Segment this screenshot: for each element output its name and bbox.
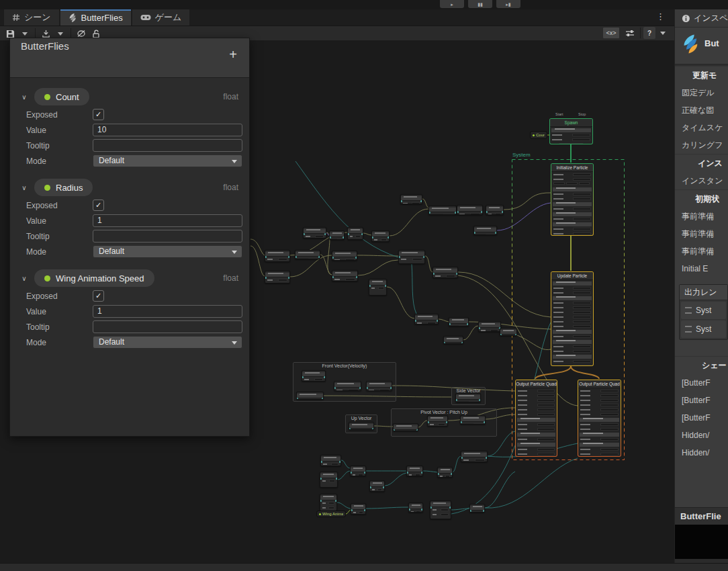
graph-edge[interactable] [497, 203, 551, 230]
block-header[interactable] [580, 443, 619, 447]
input-port[interactable] [460, 421, 462, 423]
inspector-row[interactable]: タイムスケ [675, 119, 728, 136]
graph-edge[interactable] [385, 473, 406, 486]
operator-node[interactable] [437, 467, 453, 478]
output-port[interactable] [359, 387, 361, 389]
step-button[interactable]: ▸▮ [496, 0, 520, 8]
operator-node[interactable] [428, 206, 457, 215]
output-port[interactable] [385, 285, 387, 287]
input-port[interactable] [400, 200, 402, 202]
tooltip-field[interactable] [93, 320, 242, 333]
operator-node[interactable] [366, 381, 392, 391]
input-port[interactable] [371, 236, 373, 238]
tab-scene[interactable]: シーン [4, 9, 59, 26]
input-port[interactable] [414, 320, 416, 322]
operator-node[interactable] [351, 503, 366, 515]
output-port[interactable] [361, 233, 363, 235]
output-port[interactable] [383, 486, 385, 488]
input-port[interactable] [351, 509, 353, 511]
input-port[interactable] [449, 323, 451, 325]
output-port[interactable] [467, 323, 469, 325]
graph-edge[interactable] [346, 510, 351, 514]
operator-node[interactable] [406, 466, 423, 476]
operator-node[interactable] [430, 500, 451, 519]
output-port[interactable] [484, 421, 486, 423]
operator-node[interactable] [320, 472, 338, 488]
inspector-row[interactable]: カリングフ [675, 136, 728, 154]
graph-edge[interactable] [423, 471, 437, 472]
input-port[interactable] [469, 510, 471, 512]
inspector-section-header[interactable]: 初期状 [675, 189, 728, 208]
output-port[interactable] [355, 257, 357, 259]
output-port[interactable] [364, 472, 366, 474]
operator-node[interactable] [295, 250, 320, 259]
inspector-row[interactable]: 事前準備 [675, 225, 728, 243]
operator-node[interactable] [500, 328, 517, 336]
graph-edge[interactable] [366, 507, 408, 509]
input-port[interactable] [428, 212, 430, 214]
input-port[interactable] [406, 472, 408, 474]
inspector-row[interactable]: Hidden/ [675, 444, 728, 462]
input-port[interactable] [349, 428, 351, 430]
chevron-down-icon[interactable]: ∨ [19, 93, 29, 101]
output-port[interactable] [356, 276, 358, 278]
output-port[interactable] [288, 256, 290, 258]
inspector-section-header[interactable]: インス [675, 154, 728, 172]
operator-node[interactable] [347, 227, 363, 240]
blackboard-toggle-button[interactable]: <x> [602, 27, 620, 39]
help-button[interactable]: ? [643, 27, 655, 39]
graph-edge[interactable] [390, 209, 428, 236]
output-port[interactable] [390, 387, 392, 389]
output-port[interactable] [339, 461, 341, 463]
graph-edge[interactable] [439, 319, 449, 322]
inspector-row[interactable]: インスタン [675, 172, 728, 189]
operator-node[interactable] [433, 267, 458, 278]
operator-node[interactable] [265, 271, 290, 283]
operator-node[interactable] [449, 317, 469, 326]
input-port[interactable] [295, 256, 297, 258]
input-port[interactable] [461, 457, 463, 459]
block-header[interactable] [517, 433, 555, 437]
graph-edge[interactable] [535, 366, 571, 379]
operator-node[interactable] [398, 250, 425, 264]
tooltip-field[interactable] [93, 230, 242, 243]
operator-node[interactable] [320, 494, 337, 511]
block-header[interactable] [553, 355, 592, 359]
exposed-checkbox[interactable]: ✓ [93, 290, 104, 302]
input-port[interactable] [332, 276, 334, 278]
inspector-row[interactable]: [ButterF [675, 392, 728, 409]
operator-node[interactable] [320, 455, 341, 466]
output-port[interactable] [421, 509, 423, 511]
graph-edge[interactable] [338, 471, 350, 480]
input-port[interactable] [398, 256, 400, 258]
drag-handle-icon[interactable] [685, 307, 692, 314]
inspector-row[interactable]: 事前準備 [675, 243, 728, 260]
graph-edge[interactable] [458, 272, 551, 317]
output-port[interactable] [336, 478, 338, 480]
input-port[interactable] [430, 507, 432, 509]
operator-node[interactable] [349, 422, 374, 430]
context-output-2[interactable]: Output Particle Quad [578, 380, 621, 457]
operator-node[interactable] [332, 251, 357, 261]
chevron-down-icon[interactable]: ∨ [19, 275, 29, 282]
input-port[interactable] [350, 472, 352, 474]
input-port[interactable] [320, 461, 322, 463]
graph-edge[interactable] [452, 456, 461, 472]
output-port[interactable] [456, 273, 458, 275]
operator-node[interactable] [334, 381, 361, 391]
block-header[interactable] [553, 340, 592, 344]
inspector-row[interactable]: [ButterF [675, 374, 728, 392]
operator-node[interactable] [469, 504, 485, 513]
output-port[interactable] [420, 200, 422, 202]
input-port[interactable] [473, 232, 475, 234]
inspector-row[interactable]: [ButterF [675, 409, 728, 427]
operator-node[interactable] [369, 480, 385, 492]
mode-dropdown[interactable]: Default [93, 245, 242, 258]
output-port[interactable] [388, 236, 390, 238]
graph-edge[interactable] [504, 193, 551, 210]
operator-node[interactable] [369, 279, 387, 296]
output-port[interactable] [451, 473, 453, 475]
output-port[interactable] [495, 232, 497, 234]
graph-edge[interactable] [571, 366, 599, 379]
graph-edge[interactable] [337, 502, 351, 509]
